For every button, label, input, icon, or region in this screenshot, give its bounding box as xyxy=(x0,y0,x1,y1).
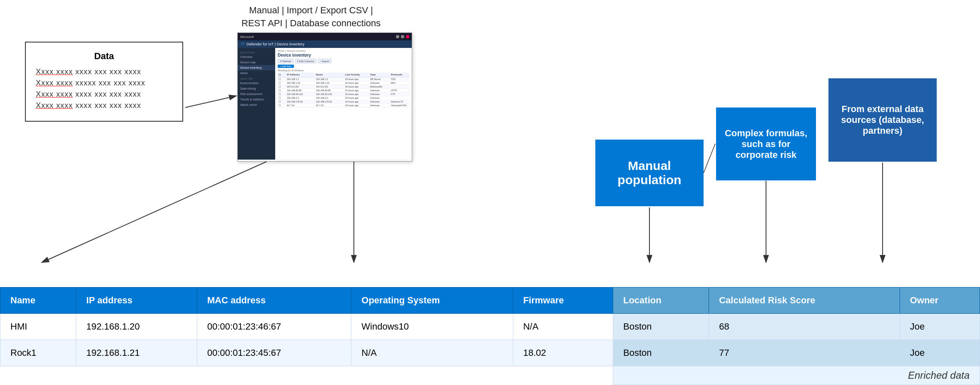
defender-header-text: Defender for IoT | Device inventory xyxy=(246,42,304,46)
defender-breadcrumb: Home > Device inventory xyxy=(278,50,409,52)
sidebar-item-device-map[interactable]: Device map xyxy=(238,60,275,65)
cell-name-2: Rock1 xyxy=(0,340,76,366)
cell-os-2: N/A xyxy=(351,340,513,366)
refresh-btn[interactable]: ↺ Refresh xyxy=(278,59,294,63)
svg-line-2 xyxy=(42,162,266,262)
svg-line-1 xyxy=(185,96,236,108)
cell-owner-1: Joe xyxy=(900,314,980,340)
data-box: Data Xxxx xxxx xxxx xxx xxx xxxx Xxxx xx… xyxy=(25,42,183,122)
col-name: Name xyxy=(315,73,344,76)
external-data-box: From external data sources (database, pa… xyxy=(828,78,937,162)
close-icon xyxy=(406,35,409,38)
data-table-wrapper: Name IP address MAC address Operating Sy… xyxy=(0,287,980,385)
sidebar-item-device-inventory[interactable]: Device inventory xyxy=(238,65,275,70)
th-ip: IP address xyxy=(76,288,197,314)
sidebar-item-attack-vector[interactable]: Attack vector xyxy=(238,102,275,108)
complex-formulas-box: Complex formulas, such as for corporate … xyxy=(716,108,816,180)
defender-title-text: Microsoft xyxy=(240,35,254,39)
sidebar-item-risk-assessment[interactable]: Risk assessment xyxy=(238,91,275,97)
defender-body: Discover Overview Device map Device inve… xyxy=(238,48,412,160)
defender-content: Home > Device inventory Device inventory… xyxy=(275,48,412,160)
add-filter-btn[interactable]: + Add filter xyxy=(278,65,294,68)
col-checkbox: ☐ xyxy=(278,73,286,76)
data-box-title: Data xyxy=(36,51,172,62)
col-activity: Last Activity xyxy=(344,73,369,76)
data-table: Name IP address MAC address Operating Sy… xyxy=(0,287,980,385)
sidebar-item-alerts[interactable]: Alerts xyxy=(238,70,275,76)
th-os: Operating System xyxy=(351,288,513,314)
top-annotation: Manual | Import / Export CSV | REST API … xyxy=(241,4,381,30)
cell-risk-1: 68 xyxy=(709,314,900,340)
sidebar-section-discover: Discover xyxy=(238,50,275,54)
maximize-icon xyxy=(401,35,404,38)
table-row: ☐ 62.7.10 62.7.10 19 hours ago Unknown H… xyxy=(278,104,409,108)
table-header-row: Name IP address MAC address Operating Sy… xyxy=(0,288,980,314)
defender-table-header: ☐ IP Address Name Last Activity Type Pro… xyxy=(278,72,409,78)
complex-formulas-text: Complex formulas, such as for corporate … xyxy=(724,128,808,160)
cell-ip-1: 192.168.1.20 xyxy=(76,314,197,340)
cell-mac-2: 00:00:01:23:45:67 xyxy=(197,340,351,366)
defender-toolbar: ↺ Refresh ≡ Edit Columns ↑ Export xyxy=(278,59,409,63)
defender-count: Showing 21 of 23 items xyxy=(278,69,409,72)
enriched-data-label: Enriched data xyxy=(908,370,970,381)
defender-content-title: Device inventory xyxy=(278,53,409,58)
manual-population-box: Manual population xyxy=(595,140,704,206)
defender-header: 🛡 Defender for IoT | Device inventory xyxy=(238,40,412,48)
defender-shield-icon: 🛡 xyxy=(241,42,245,46)
th-location: Location xyxy=(613,288,709,314)
cell-location-1: Boston xyxy=(613,314,709,340)
cell-owner-2: Joe xyxy=(900,340,980,366)
cell-mac-1: 00:00:01:23:46:67 xyxy=(197,314,351,340)
table-row: ☐ 192.168.1.1 192.168.1.1 19 hours ago D… xyxy=(278,78,409,81)
th-risk-score: Calculated Risk Score xyxy=(709,288,900,314)
th-firmware: Firmware xyxy=(513,288,613,314)
data-row-3: Xxxx xxxx xxxx xxx xxx xxxx xyxy=(36,90,172,99)
enriched-label-row: Enriched data xyxy=(0,366,980,385)
th-owner: Owner xyxy=(900,288,980,314)
table-row: ☐ 224.0.0.251 224.0.0.251 19 hours ago M… xyxy=(278,85,409,89)
cell-name-1: HMI xyxy=(0,314,76,340)
table-row: HMI 192.168.1.20 00:00:01:23:46:67 Windo… xyxy=(0,314,980,340)
sidebar-item-trends[interactable]: Trends & statistics xyxy=(238,97,275,102)
data-row-4: Xxxx xxxx xxxx xxx xxx xxxx xyxy=(36,101,172,110)
data-row-1: Xxxx xxxx xxxx xxx xxx xxxx xyxy=(36,68,172,76)
export-btn[interactable]: ↑ Export xyxy=(318,59,331,63)
defender-sidebar: Discover Overview Device map Device inve… xyxy=(238,48,275,160)
data-row-2: Xxxx xxxx xxxxx xxx xxx xxxx xyxy=(36,79,172,88)
titlebar-icons xyxy=(396,35,409,38)
defender-titlebar: Microsoft xyxy=(238,33,412,40)
sidebar-item-event-timeline[interactable]: Event timeline xyxy=(238,80,275,86)
cell-risk-2: 77 xyxy=(709,340,900,366)
defender-screenshot: Microsoft 🛡 Defender for IoT | Device in… xyxy=(237,32,412,162)
main-container: Manual | Import / Export CSV | REST API … xyxy=(0,0,980,385)
sidebar-item-overview[interactable]: Overview xyxy=(238,54,275,60)
table-row: ☐ 192.168.1.15 192.168.1.15 19 hours ago… xyxy=(278,81,409,85)
th-name: Name xyxy=(0,288,76,314)
cell-location-2: Boston xyxy=(613,340,709,366)
col-type: Type xyxy=(369,73,390,76)
cell-firmware-2: 18.02 xyxy=(513,340,613,366)
table-row: ☐ 192.168.80.80 192.168.80.80 19 hours a… xyxy=(278,89,409,92)
manual-population-text: Manual population xyxy=(604,159,695,187)
svg-line-7 xyxy=(704,144,715,173)
col-ip: IP Address xyxy=(286,73,315,76)
th-mac: MAC address xyxy=(197,288,351,314)
edit-columns-btn[interactable]: ≡ Edit Columns xyxy=(295,59,316,63)
sidebar-item-data-mining[interactable]: Data mining xyxy=(238,86,275,91)
external-data-text: From external data sources (database, pa… xyxy=(836,104,929,136)
sidebar-section-analyze: Analyze xyxy=(238,76,275,80)
table-row: ☐ 192.168.2.2 192.168.2.2 19 hours ago U… xyxy=(278,96,409,100)
cell-os-1: Windows10 xyxy=(351,314,513,340)
table-row: ☐ 192.168.178.32 192.168.178.32 19 hours… xyxy=(278,100,409,104)
table-row: ☐ 192.168.90.126 192.168.90.126 19 hours… xyxy=(278,92,409,96)
table-row: Rock1 192.168.1.21 00:00:01:23:45:67 N/A… xyxy=(0,340,980,366)
cell-firmware-1: N/A xyxy=(513,314,613,340)
minimize-icon xyxy=(396,35,399,38)
col-protocols: Protocols xyxy=(390,73,412,76)
cell-ip-2: 192.168.1.21 xyxy=(76,340,197,366)
